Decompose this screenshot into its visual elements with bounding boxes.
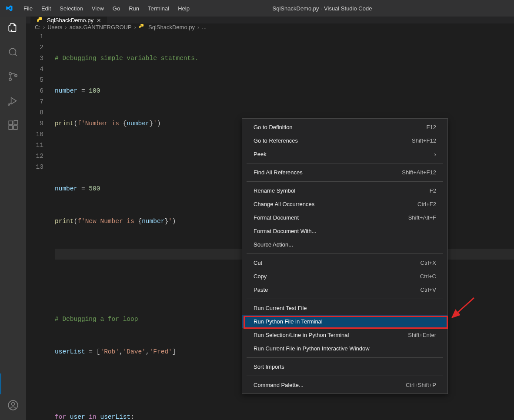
search-icon[interactable] [7,46,19,58]
tab-sqlshackdemo[interactable]: SqlShackDemo.py × [30,17,107,23]
chevron-right-icon: › [434,151,436,158]
svg-rect-8 [14,120,18,124]
breadcrumb-seg[interactable]: Users [47,24,62,30]
svg-point-1 [9,73,11,75]
menu-terminal[interactable]: Terminal [144,3,174,13]
ctx-run-in-interactive-window[interactable]: Run Current File in Python Interactive W… [242,342,447,355]
editor-tabs: SqlShackDemo.py × [26,17,514,23]
breadcrumb-seg[interactable]: SqlShackDemo.py [148,24,195,30]
svg-point-2 [9,78,11,80]
ctx-run-selection-in-terminal[interactable]: Run Selection/Line in Python TerminalShi… [242,328,447,342]
debug-icon[interactable] [7,95,19,107]
svg-rect-6 [9,126,13,130]
menu-file[interactable]: File [19,3,37,13]
python-file-icon [37,17,43,23]
close-icon[interactable]: × [97,17,101,23]
ctx-copy[interactable]: CopyCtrl+C [242,270,447,283]
ctx-format-document[interactable]: Format DocumentShift+Alt+F [242,211,447,224]
ctx-change-all-occurrences[interactable]: Change All OccurrencesCtrl+F2 [242,197,447,211]
ctx-go-to-definition[interactable]: Go to DefinitionF12 [242,120,447,134]
ctx-separator [247,299,443,299]
tab-label: SqlShackDemo.py [47,17,93,23]
ctx-separator [247,253,443,254]
vscode-logo-icon [5,4,13,12]
ctx-run-python-file-in-terminal[interactable]: Run Python File in Terminal [242,315,447,328]
ctx-separator [247,181,443,182]
ctx-rename-symbol[interactable]: Rename SymbolF2 [242,184,447,197]
ctx-paste[interactable]: PasteCtrl+V [242,283,447,297]
account-icon[interactable] [7,399,19,411]
menu-bar: File Edit Selection View Go Run Terminal… [19,3,194,13]
svg-rect-5 [9,121,13,125]
menu-selection[interactable]: Selection [55,3,87,13]
ctx-separator [247,357,443,358]
ctx-run-current-test-file[interactable]: Run Current Test File [242,301,447,315]
menu-run[interactable]: Run [124,3,144,13]
ctx-command-palette[interactable]: Command Palette...Ctrl+Shift+P [242,378,447,392]
activity-indicator [0,373,1,394]
activity-bar [0,17,26,420]
breadcrumb-seg[interactable]: ... [202,24,207,30]
ctx-sort-imports[interactable]: Sort Imports [242,360,447,373]
ctx-source-action[interactable]: Source Action... [242,238,447,251]
breadcrumb-seg[interactable]: C: [35,24,40,30]
breadcrumb[interactable]: C:› Users› adas.GANTNERGROUP› SqlShackDe… [26,23,514,30]
ctx-go-to-references[interactable]: Go to ReferencesShift+F12 [242,134,447,147]
svg-point-0 [9,48,16,55]
ctx-separator [247,376,443,376]
python-file-icon [139,23,146,30]
menu-go[interactable]: Go [108,3,124,13]
svg-point-4 [8,104,10,105]
breadcrumb-seg[interactable]: adas.GANTNERGROUP [70,24,132,30]
menu-help[interactable]: Help [174,3,194,13]
source-control-icon[interactable] [7,70,19,83]
menu-edit[interactable]: Edit [37,3,55,13]
extensions-icon[interactable] [7,119,19,131]
explorer-icon[interactable] [7,22,19,34]
ctx-separator [247,163,443,163]
svg-rect-7 [13,126,17,130]
ctx-peek[interactable]: Peek› [242,147,447,161]
menu-view[interactable]: View [87,3,108,13]
ctx-cut[interactable]: CutCtrl+X [242,256,447,270]
svg-point-10 [12,402,15,405]
context-menu: Go to DefinitionF12 Go to ReferencesShif… [242,118,448,394]
title-bar: File Edit Selection View Go Run Terminal… [0,0,514,17]
ctx-find-all-references[interactable]: Find All ReferencesShift+Alt+F12 [242,166,447,179]
ctx-format-document-with[interactable]: Format Document With... [242,224,447,238]
line-gutter: 1 2 3 4 5 6 7 8 9 10 11 12 13 [26,31,55,420]
